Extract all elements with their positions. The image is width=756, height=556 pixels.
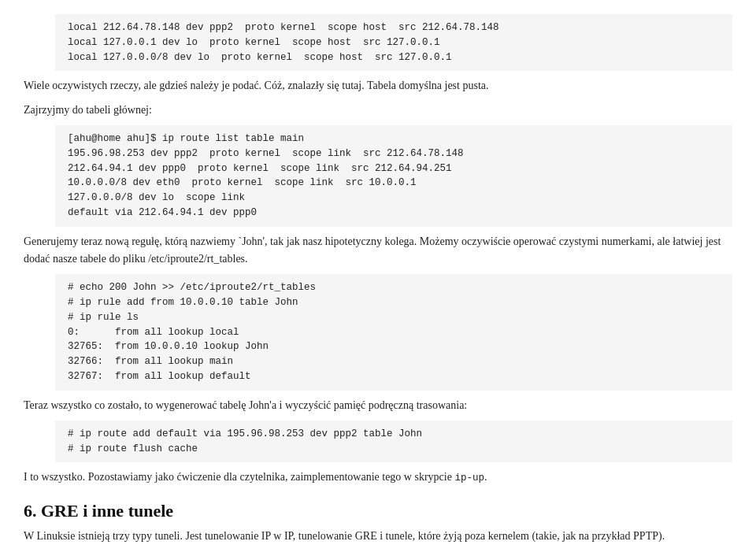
section-6-para: W Linuksie istnieją trzy typy tuneli. Je… bbox=[24, 528, 732, 545]
code-block-flush-cache: # ip route add default via 195.96.98.253… bbox=[55, 421, 732, 463]
code-block-local-routes: local 212.64.78.148 dev ppp2 proto kerne… bbox=[55, 14, 732, 71]
prose-para3: I to wszystko. Pozostawiamy jako ćwiczen… bbox=[24, 469, 732, 486]
prose-para3-text2: . bbox=[484, 471, 487, 483]
prose-intro1: Wiele oczywistych rzeczy, ale gdzieś nal… bbox=[24, 77, 732, 95]
prose-para3-text1: I to wszystko. Pozostawiamy jako ćwiczen… bbox=[24, 471, 454, 483]
prose-para1: Generujemy teraz nową regułę, którą nazw… bbox=[24, 233, 732, 269]
section-6-heading: 6. GRE i inne tunele bbox=[24, 501, 732, 521]
inline-code-ip-up: ip-up bbox=[454, 473, 484, 484]
prose-intro2: Zajrzyjmy do tabeli głównej: bbox=[24, 102, 732, 119]
prose-para2: Teraz wszystko co zostało, to wygenerowa… bbox=[24, 397, 732, 414]
code-block-main-table: [ahu@home ahu]$ ip route list table main… bbox=[55, 125, 732, 227]
code-block-john-rules: # echo 200 John >> /etc/iproute2/rt_tabl… bbox=[55, 274, 732, 390]
